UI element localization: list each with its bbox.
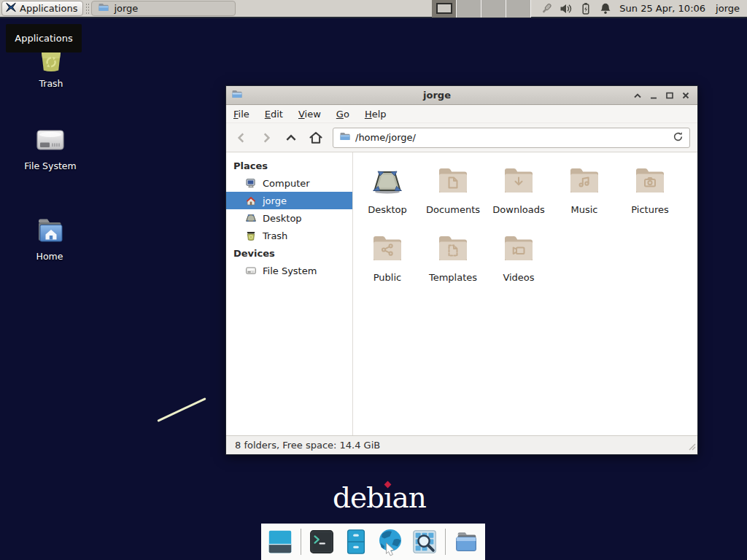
file-item-desktop[interactable]: Desktop [355,163,420,215]
battery-icon[interactable] [579,2,592,15]
sidebar-item-filesystem[interactable]: File System [226,262,352,279]
app-finder-icon [411,528,438,556]
maximize-button[interactable] [663,89,676,102]
dock-separator [445,529,446,555]
up-button[interactable] [283,128,299,147]
file-item-templates[interactable]: Templates [420,230,486,283]
file-manager-launcher[interactable] [341,526,371,557]
sidebar: Places Computer jorge Desktop [226,152,353,435]
debian-logo-text-end: an [392,481,426,514]
sidebar-item-label: File System [263,265,317,276]
window-controls [631,89,692,102]
path-bar[interactable] [333,128,690,148]
sidebar-header-places: Places [226,157,352,174]
public-folder-icon [370,230,405,268]
tray-tool-icon[interactable] [540,2,553,15]
workspace-4[interactable] [506,0,531,18]
file-cabinet-icon [342,528,370,556]
music-folder-icon [567,163,602,200]
applications-menu-button[interactable]: Applications [1,1,83,16]
file-item-documents[interactable]: Documents [420,163,486,215]
dock-separator [301,529,301,555]
panel-username[interactable]: jorge [716,3,740,14]
menu-view[interactable]: View [298,109,321,120]
notification-bell-icon[interactable] [599,2,612,15]
file-item-label: Templates [429,272,477,283]
desktop-icon-filesystem[interactable]: File System [15,122,85,171]
app-finder-launcher[interactable] [409,526,440,557]
debian-logo-text: deb [333,481,384,514]
sidebar-item-jorge[interactable]: jorge [226,192,352,209]
back-button[interactable] [233,128,249,147]
path-input[interactable] [355,132,668,143]
menu-go[interactable]: Go [336,109,349,120]
folder-icon [98,1,109,15]
workspace-3[interactable] [481,0,506,18]
volume-icon[interactable] [560,2,573,15]
applications-menu-label: Applications [20,3,77,14]
file-item-public[interactable]: Public [355,230,420,283]
terminal-launcher[interactable] [306,526,337,557]
file-item-label: Downloads [492,204,544,215]
workspace-1[interactable] [432,0,457,18]
toolbar [226,123,697,152]
taskbar-window-label: jorge [114,3,138,14]
forward-button[interactable] [258,128,274,147]
templates-folder-icon [436,230,471,268]
resize-grip[interactable] [687,442,696,453]
menu-edit[interactable]: Edit [265,109,283,120]
sidebar-item-label: Trash [263,230,287,241]
taskbar-window-button[interactable]: jorge [91,1,236,16]
desktop-icon-label: File System [24,160,77,171]
applications-tooltip: Applications [6,24,82,52]
desktop-icon-home[interactable]: Home [15,213,85,262]
file-item-music[interactable]: Music [551,163,617,215]
panel-handle [85,3,89,15]
documents-folder-icon [436,163,471,200]
xfce-logo-icon [5,1,17,15]
show-desktop-button[interactable] [265,526,295,557]
sidebar-item-label: Desktop [263,213,302,224]
sidebar-item-trash[interactable]: Trash [226,227,352,244]
system-tray [540,2,612,15]
harddisk-icon [33,122,68,158]
sidebar-item-computer[interactable]: Computer [226,174,352,192]
home-button[interactable] [308,128,324,147]
tooltip-text: Applications [15,33,72,44]
folder-icon [339,131,351,144]
downloads-folder-icon [501,163,536,200]
sidebar-item-desktop[interactable]: Desktop [226,209,352,227]
web-browser-launcher[interactable] [375,526,406,557]
file-item-label: Music [571,204,598,215]
shade-button[interactable] [631,89,644,102]
desktop-stray-line [157,397,206,422]
reload-icon[interactable] [673,131,684,144]
file-item-pictures[interactable]: Pictures [617,163,683,215]
window-icon [231,88,243,102]
file-item-videos[interactable]: Videos [486,230,551,283]
trash-icon [245,230,257,241]
drive-icon [245,265,257,276]
file-item-label: Documents [426,204,480,215]
window-titlebar[interactable]: jorge [226,86,697,105]
computer-icon [245,177,257,189]
home-icon [245,195,257,206]
file-item-downloads[interactable]: Downloads [486,163,551,215]
panel-clock[interactable]: Sun 25 Apr, 10:06 [619,3,705,14]
top-panel: Applications jorge Sun 25 Apr, 10:06 jor… [0,0,747,18]
statusbar-text: 8 folders, Free space: 14.4 GiB [235,440,380,451]
directory-menu-button[interactable] [451,526,481,557]
window-content: Places Computer jorge Desktop [226,152,697,435]
terminal-icon [308,528,336,556]
file-item-label: Desktop [368,204,407,215]
menu-file[interactable]: File [233,109,249,120]
statusbar: 8 folders, Free space: 14.4 GiB [226,435,697,454]
file-item-label: Public [374,272,401,283]
menu-help[interactable]: Help [365,109,387,120]
close-button[interactable] [679,89,692,102]
file-manager-window: jorge File Edit View Go Help [225,85,698,455]
minimize-button[interactable] [647,89,660,102]
workspace-2[interactable] [457,0,481,18]
show-desktop-icon [266,528,294,556]
window-title: jorge [243,90,631,101]
